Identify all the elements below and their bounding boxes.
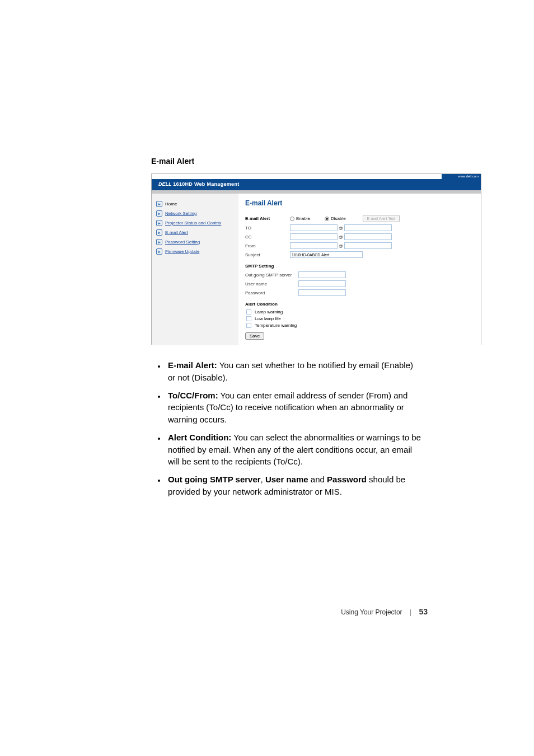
low-lamp-life-checkbox[interactable]: [246, 316, 251, 321]
bullet-text: ,: [261, 475, 265, 484]
at-symbol: @: [339, 234, 343, 240]
dell-logo: DELL: [158, 181, 172, 187]
enable-radio[interactable]: Enable: [290, 216, 310, 221]
top-link: www.dell.com: [442, 174, 481, 179]
content-panel: E-mail Alert E-mail Alert Enable Disable: [238, 194, 481, 345]
screenshot-panel: www.dell.com DELL 1610HD Web Management …: [151, 173, 481, 345]
from-local-input[interactable]: [290, 242, 338, 249]
alert-condition-heading: Alert Condition: [245, 302, 474, 307]
low-lamp-life-label: Low lamp life: [255, 316, 281, 321]
nav-label: Home: [165, 201, 177, 206]
at-symbol: @: [339, 226, 343, 231]
lamp-warning-label: Lamp warning: [255, 309, 283, 314]
subject-label: Subject: [245, 252, 290, 257]
bullet-bold: Out going SMTP server: [168, 475, 261, 484]
bullet-item: To/CC/From: You can enter email address …: [166, 389, 422, 426]
smtp-server-input[interactable]: [298, 271, 346, 278]
radio-icon: [325, 217, 329, 221]
smtp-setting-heading: SMTP Setting: [245, 264, 474, 269]
username-input[interactable]: [298, 280, 346, 287]
cc-domain-input[interactable]: [344, 233, 392, 240]
bullet-bold: To/CC/From:: [168, 391, 218, 400]
nav-password-setting[interactable]: ▸ Password Setting: [155, 237, 235, 247]
nav-label: E-mail Alert: [165, 230, 188, 235]
to-local-input[interactable]: [290, 224, 338, 231]
arrow-icon: ▸: [156, 210, 162, 217]
bullet-text: and: [308, 475, 327, 484]
sidebar: ▸ Home ▸ Network Setting ▸ Projector Sta…: [152, 194, 238, 345]
to-label: TO: [245, 226, 290, 231]
nav-label: Password Setting: [165, 240, 200, 245]
temperature-warning-label: Temperature warning: [255, 323, 297, 328]
bullet-bold: Password: [327, 475, 367, 484]
nav-projector-status[interactable]: ▸ Projector Status and Control: [155, 218, 235, 228]
nav-network-setting[interactable]: ▸ Network Setting: [155, 209, 235, 218]
disable-radio[interactable]: Disable: [325, 216, 346, 221]
page-number: 53: [419, 607, 428, 616]
smtp-server-label: Out going SMTP server: [245, 273, 298, 278]
arrow-icon: ▸: [156, 220, 162, 226]
nav-email-alert[interactable]: ▸ E-mail Alert: [155, 228, 235, 237]
disable-label: Disable: [331, 216, 346, 221]
arrow-icon: ▸: [156, 229, 162, 236]
footer-label: Using Your Projector: [341, 608, 402, 616]
arrow-icon: ▸: [156, 239, 162, 245]
nav-label: Projector Status and Control: [165, 220, 222, 226]
to-domain-input[interactable]: [344, 224, 392, 231]
bullet-list: E-mail Alert: You can set whether to be …: [166, 359, 422, 498]
bullet-bold: User name: [265, 475, 308, 484]
nav-home[interactable]: ▸ Home: [155, 199, 235, 209]
temperature-warning-checkbox[interactable]: [246, 323, 251, 328]
bullet-item: E-mail Alert: You can set whether to be …: [166, 359, 422, 384]
header-bar: DELL 1610HD Web Management: [152, 179, 481, 190]
nav-firmware-update[interactable]: ▸ Firmware Update: [155, 247, 235, 256]
arrow-icon: ▸: [156, 201, 162, 207]
username-label: User name: [245, 281, 298, 287]
password-label: Password: [245, 290, 298, 295]
page-footer: Using Your Projector | 53: [341, 607, 428, 616]
nav-label: Network Setting: [165, 211, 196, 216]
email-alert-test-button[interactable]: E-mail Alert Test: [363, 215, 400, 222]
section-title: E-mail Alert: [151, 157, 422, 166]
arrow-icon: ▸: [156, 248, 162, 255]
bullet-bold: Alert Condition:: [168, 433, 231, 442]
nav-label: Firmware Update: [165, 249, 199, 254]
from-label: From: [245, 243, 290, 248]
email-alert-label: E-mail Alert: [245, 216, 290, 221]
footer-separator: |: [410, 608, 411, 616]
cc-local-input[interactable]: [290, 233, 338, 240]
subject-input[interactable]: [290, 251, 363, 258]
save-button[interactable]: Save: [245, 332, 264, 340]
cc-label: CC: [245, 234, 290, 240]
header-product: 1610HD Web Management: [173, 181, 239, 187]
password-input[interactable]: [298, 289, 346, 296]
at-symbol: @: [339, 243, 343, 248]
radio-icon: [290, 217, 294, 221]
bullet-item: Out going SMTP server, User name and Pas…: [166, 473, 422, 498]
lamp-warning-checkbox[interactable]: [246, 309, 251, 314]
enable-label: Enable: [296, 216, 310, 221]
bullet-bold: E-mail Alert:: [168, 360, 217, 370]
bullet-item: Alert Condition: You can select the abno…: [166, 431, 422, 468]
content-title: E-mail Alert: [245, 199, 474, 207]
from-domain-input[interactable]: [344, 242, 392, 249]
